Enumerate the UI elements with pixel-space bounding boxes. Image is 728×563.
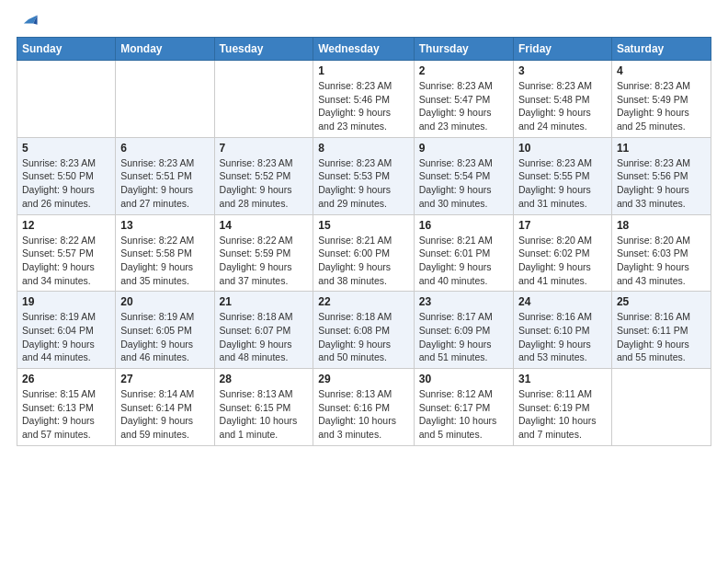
- day-number: 8: [318, 142, 408, 155]
- day-info: Sunrise: 8:20 AMSunset: 6:03 PMDaylight:…: [617, 234, 706, 288]
- calendar-cell: 29Sunrise: 8:13 AMSunset: 6:16 PMDayligh…: [313, 369, 414, 446]
- page: SundayMondayTuesdayWednesdayThursdayFrid…: [0, 0, 728, 563]
- calendar-cell: 18Sunrise: 8:20 AMSunset: 6:03 PMDayligh…: [611, 214, 711, 292]
- day-info: Sunrise: 8:12 AMSunset: 6:17 PMDaylight:…: [419, 387, 508, 442]
- calendar-cell: 12Sunrise: 8:22 AMSunset: 5:57 PMDayligh…: [17, 214, 116, 292]
- weekday-header: Monday: [116, 38, 214, 61]
- calendar-cell: 16Sunrise: 8:21 AMSunset: 6:01 PMDayligh…: [414, 214, 513, 292]
- calendar-cell: 28Sunrise: 8:13 AMSunset: 6:15 PMDayligh…: [214, 369, 313, 446]
- logo-icon: [18, 9, 39, 29]
- calendar-cell: 6Sunrise: 8:23 AMSunset: 5:51 PMDaylight…: [116, 137, 214, 214]
- day-number: 6: [120, 142, 209, 155]
- calendar-cell: 22Sunrise: 8:18 AMSunset: 6:08 PMDayligh…: [313, 292, 414, 369]
- day-info: Sunrise: 8:21 AMSunset: 6:00 PMDaylight:…: [318, 234, 408, 288]
- day-info: Sunrise: 8:16 AMSunset: 6:10 PMDaylight:…: [518, 310, 607, 364]
- calendar-cell: 20Sunrise: 8:19 AMSunset: 6:05 PMDayligh…: [116, 292, 214, 369]
- calendar-cell: [17, 61, 116, 138]
- calendar-cell: 15Sunrise: 8:21 AMSunset: 6:00 PMDayligh…: [313, 214, 414, 292]
- day-number: 10: [518, 142, 607, 155]
- calendar-cell: 2Sunrise: 8:23 AMSunset: 5:47 PMDaylight…: [414, 61, 513, 138]
- day-info: Sunrise: 8:23 AMSunset: 5:46 PMDaylight:…: [318, 79, 408, 133]
- day-info: Sunrise: 8:22 AMSunset: 5:58 PMDaylight:…: [120, 234, 209, 288]
- logo: [17, 9, 39, 29]
- day-info: Sunrise: 8:15 AMSunset: 6:13 PMDaylight:…: [22, 387, 110, 442]
- calendar-week-row: 19Sunrise: 8:19 AMSunset: 6:04 PMDayligh…: [17, 292, 711, 369]
- calendar-cell: 26Sunrise: 8:15 AMSunset: 6:13 PMDayligh…: [17, 369, 116, 446]
- day-info: Sunrise: 8:21 AMSunset: 6:01 PMDaylight:…: [419, 234, 508, 288]
- day-number: 19: [22, 295, 110, 308]
- calendar-cell: 21Sunrise: 8:18 AMSunset: 6:07 PMDayligh…: [214, 292, 313, 369]
- weekday-header: Saturday: [611, 38, 711, 61]
- weekday-header: Thursday: [414, 38, 513, 61]
- calendar-cell: 19Sunrise: 8:19 AMSunset: 6:04 PMDayligh…: [17, 292, 116, 369]
- calendar-cell: 23Sunrise: 8:17 AMSunset: 6:09 PMDayligh…: [414, 292, 513, 369]
- calendar-cell: 24Sunrise: 8:16 AMSunset: 6:10 PMDayligh…: [513, 292, 611, 369]
- calendar-cell: 11Sunrise: 8:23 AMSunset: 5:56 PMDayligh…: [611, 137, 711, 214]
- day-number: 23: [419, 295, 508, 308]
- day-info: Sunrise: 8:13 AMSunset: 6:15 PMDaylight:…: [220, 387, 309, 442]
- calendar-cell: 17Sunrise: 8:20 AMSunset: 6:02 PMDayligh…: [513, 214, 611, 292]
- header: [17, 9, 711, 29]
- calendar-week-row: 12Sunrise: 8:22 AMSunset: 5:57 PMDayligh…: [17, 214, 711, 292]
- day-number: 27: [120, 373, 209, 385]
- day-number: 18: [617, 219, 706, 232]
- calendar-cell: [611, 369, 711, 446]
- day-info: Sunrise: 8:14 AMSunset: 6:14 PMDaylight:…: [120, 387, 209, 442]
- day-number: 22: [318, 295, 408, 308]
- calendar-week-row: 1Sunrise: 8:23 AMSunset: 5:46 PMDaylight…: [17, 61, 711, 138]
- day-number: 1: [318, 64, 408, 77]
- calendar-table: SundayMondayTuesdayWednesdayThursdayFrid…: [17, 37, 711, 446]
- day-number: 12: [22, 219, 110, 232]
- day-info: Sunrise: 8:23 AMSunset: 5:49 PMDaylight:…: [617, 79, 706, 133]
- day-info: Sunrise: 8:19 AMSunset: 6:05 PMDaylight:…: [120, 310, 209, 364]
- day-number: 13: [120, 219, 209, 232]
- day-number: 30: [419, 373, 508, 385]
- day-number: 25: [617, 295, 706, 308]
- day-number: 17: [518, 219, 607, 232]
- day-info: Sunrise: 8:23 AMSunset: 5:47 PMDaylight:…: [419, 79, 508, 133]
- day-number: 29: [318, 373, 408, 385]
- day-number: 20: [120, 295, 209, 308]
- day-number: 31: [518, 373, 607, 385]
- calendar-cell: 3Sunrise: 8:23 AMSunset: 5:48 PMDaylight…: [513, 61, 611, 138]
- day-number: 21: [220, 295, 309, 308]
- day-info: Sunrise: 8:23 AMSunset: 5:55 PMDaylight:…: [518, 156, 607, 211]
- calendar-cell: 31Sunrise: 8:11 AMSunset: 6:19 PMDayligh…: [513, 369, 611, 446]
- calendar-cell: 8Sunrise: 8:23 AMSunset: 5:53 PMDaylight…: [313, 137, 414, 214]
- day-info: Sunrise: 8:20 AMSunset: 6:02 PMDaylight:…: [518, 234, 607, 288]
- day-number: 11: [617, 142, 706, 155]
- day-number: 24: [518, 295, 607, 308]
- day-number: 16: [419, 219, 508, 232]
- calendar-week-row: 5Sunrise: 8:23 AMSunset: 5:50 PMDaylight…: [17, 137, 711, 214]
- day-number: 5: [22, 142, 110, 155]
- day-info: Sunrise: 8:23 AMSunset: 5:50 PMDaylight:…: [22, 156, 110, 211]
- day-info: Sunrise: 8:18 AMSunset: 6:07 PMDaylight:…: [220, 310, 309, 364]
- day-info: Sunrise: 8:18 AMSunset: 6:08 PMDaylight:…: [318, 310, 408, 364]
- calendar-cell: 5Sunrise: 8:23 AMSunset: 5:50 PMDaylight…: [17, 137, 116, 214]
- day-number: 15: [318, 219, 408, 232]
- day-info: Sunrise: 8:22 AMSunset: 5:57 PMDaylight:…: [22, 234, 110, 288]
- calendar-cell: 27Sunrise: 8:14 AMSunset: 6:14 PMDayligh…: [116, 369, 214, 446]
- day-number: 14: [220, 219, 309, 232]
- calendar-cell: 14Sunrise: 8:22 AMSunset: 5:59 PMDayligh…: [214, 214, 313, 292]
- day-number: 3: [518, 64, 607, 77]
- weekday-header: Sunday: [17, 38, 116, 61]
- weekday-header: Tuesday: [214, 38, 313, 61]
- calendar-cell: 13Sunrise: 8:22 AMSunset: 5:58 PMDayligh…: [116, 214, 214, 292]
- day-number: 28: [220, 373, 309, 385]
- calendar-cell: 10Sunrise: 8:23 AMSunset: 5:55 PMDayligh…: [513, 137, 611, 214]
- day-info: Sunrise: 8:22 AMSunset: 5:59 PMDaylight:…: [220, 234, 309, 288]
- calendar-week-row: 26Sunrise: 8:15 AMSunset: 6:13 PMDayligh…: [17, 369, 711, 446]
- calendar-cell: 30Sunrise: 8:12 AMSunset: 6:17 PMDayligh…: [414, 369, 513, 446]
- weekday-header: Friday: [513, 38, 611, 61]
- day-info: Sunrise: 8:23 AMSunset: 5:53 PMDaylight:…: [318, 156, 408, 211]
- day-number: 7: [220, 142, 309, 155]
- day-info: Sunrise: 8:23 AMSunset: 5:56 PMDaylight:…: [617, 156, 706, 211]
- calendar-cell: [214, 61, 313, 138]
- day-info: Sunrise: 8:11 AMSunset: 6:19 PMDaylight:…: [518, 387, 607, 442]
- day-number: 9: [419, 142, 508, 155]
- calendar-cell: 25Sunrise: 8:16 AMSunset: 6:11 PMDayligh…: [611, 292, 711, 369]
- day-info: Sunrise: 8:13 AMSunset: 6:16 PMDaylight:…: [318, 387, 408, 442]
- calendar-cell: 1Sunrise: 8:23 AMSunset: 5:46 PMDaylight…: [313, 61, 414, 138]
- day-info: Sunrise: 8:23 AMSunset: 5:54 PMDaylight:…: [419, 156, 508, 211]
